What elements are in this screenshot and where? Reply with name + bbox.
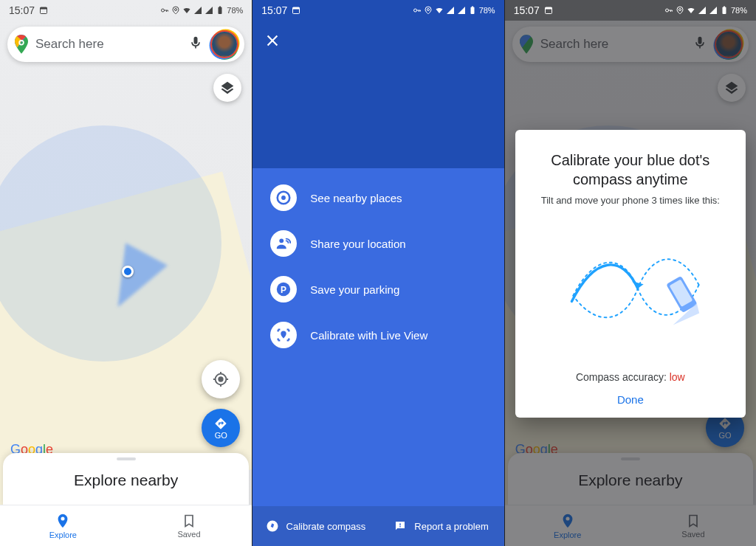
svg-point-17 [413, 9, 416, 12]
location-blue-dot[interactable] [122, 266, 134, 277]
footer-report-problem[interactable]: Report a problem [379, 519, 504, 533]
action-label: Calibrate with Live View [310, 329, 427, 342]
svg-point-22 [281, 196, 286, 200]
svg-text:P: P [281, 285, 286, 295]
today-icon [544, 6, 553, 15]
vpn-key-icon [160, 6, 169, 15]
signal-icon-2 [457, 6, 466, 15]
footer-calibrate-compass[interactable]: Calibrate compass [252, 519, 378, 533]
wifi-icon [435, 6, 444, 15]
calibration-illustration [530, 206, 731, 371]
panel-footer: Calibrate compass Report a problem [252, 506, 504, 546]
status-bar: 15:07 78% [252, 0, 504, 21]
battery-icon [468, 6, 477, 15]
explore-pin-icon [55, 513, 71, 529]
share-location-icon [270, 230, 297, 257]
directions-icon [214, 417, 227, 430]
calibrate-dialog: Calibrate your blue dot's compass anytim… [515, 130, 746, 418]
vpn-key-icon [413, 6, 422, 15]
svg-rect-31 [545, 7, 551, 10]
compass-icon [266, 519, 279, 533]
screen-blue-dot-menu: 15:07 78% See nearby places [252, 0, 504, 546]
feedback-icon [394, 519, 407, 533]
signal-icon [698, 6, 707, 15]
accuracy-value: low [670, 371, 685, 383]
dialog-subtitle: Tilt and move your phone 3 times like th… [541, 195, 720, 206]
status-battery: 78% [479, 6, 495, 15]
close-button[interactable] [264, 32, 281, 52]
voice-search-button[interactable] [188, 35, 205, 53]
dialog-title: Calibrate your blue dot's compass anytim… [530, 151, 731, 189]
svg-rect-35 [724, 7, 725, 8]
action-label: Share your location [310, 238, 405, 250]
close-icon [264, 32, 281, 49]
action-see-nearby[interactable]: See nearby places [270, 184, 489, 211]
svg-marker-36 [632, 281, 644, 288]
svg-rect-1 [41, 7, 47, 10]
status-time: 15:07 [9, 4, 35, 16]
status-bar: 15:07 78% [0, 0, 252, 21]
svg-point-26 [283, 333, 285, 335]
screen-calibrate-dialog: Search here Google GO Explore nearby Exp… [504, 0, 756, 546]
svg-point-18 [427, 9, 429, 11]
wifi-icon [687, 6, 695, 15]
svg-point-23 [280, 238, 284, 243]
signal-icon [193, 6, 202, 15]
svg-point-33 [678, 9, 681, 11]
action-live-view[interactable]: Calibrate with Live View [270, 322, 489, 348]
svg-rect-28 [400, 523, 402, 525]
google-maps-logo-icon [15, 35, 28, 54]
search-placeholder: Search here [35, 37, 181, 52]
action-save-parking[interactable]: P Save your parking [270, 276, 489, 303]
signal-icon-2 [709, 6, 718, 15]
parking-icon: P [270, 276, 297, 303]
search-bar[interactable]: Search here [7, 27, 244, 62]
wifi-icon [182, 6, 191, 15]
directions-go-button[interactable]: GO [202, 409, 240, 447]
action-list: See nearby places Share your location P … [270, 184, 489, 367]
status-time: 15:07 [261, 4, 287, 16]
location-status-icon [424, 6, 433, 15]
status-time: 15:07 [514, 4, 540, 16]
nav-saved[interactable]: Saved [126, 505, 252, 546]
explore-nearby-card[interactable]: Explore nearby [3, 453, 249, 508]
account-avatar[interactable] [212, 32, 237, 57]
svg-point-32 [665, 9, 668, 12]
my-location-icon [213, 371, 229, 387]
vpn-key-icon [664, 6, 673, 15]
signal-icon [446, 6, 455, 15]
bookmark-icon [182, 514, 196, 528]
explore-nearby-title: Explore nearby [74, 471, 178, 489]
status-battery: 78% [227, 6, 243, 15]
svg-rect-19 [470, 7, 474, 15]
svg-rect-5 [219, 7, 221, 8]
action-label: See nearby places [310, 192, 402, 204]
battery-icon [216, 6, 224, 15]
bottom-nav: Explore Saved [0, 505, 252, 546]
done-button[interactable]: Done [617, 393, 644, 406]
today-icon [292, 6, 300, 15]
location-status-icon [676, 6, 684, 15]
location-status-icon [171, 6, 180, 15]
nearby-icon [270, 184, 297, 211]
screen-map: 15:07 78% Search here GO [0, 0, 252, 546]
today-icon [39, 6, 48, 15]
signal-icon-2 [205, 6, 213, 15]
nav-explore[interactable]: Explore [0, 505, 126, 546]
status-battery: 78% [731, 6, 747, 15]
compass-accuracy-row: Compass accuracy: low [576, 371, 685, 383]
svg-rect-4 [219, 7, 222, 15]
drag-handle[interactable] [117, 457, 136, 460]
my-location-button[interactable] [202, 360, 240, 398]
action-share-location[interactable]: Share your location [270, 230, 489, 257]
svg-rect-16 [293, 7, 300, 10]
battery-icon [720, 6, 729, 15]
svg-point-2 [162, 9, 165, 12]
accuracy-label: Compass accuracy: [576, 371, 670, 383]
microphone-icon [188, 35, 203, 50]
live-view-icon [270, 322, 297, 348]
action-label: Save your parking [310, 283, 399, 296]
svg-rect-29 [400, 526, 402, 528]
layers-icon [220, 80, 235, 95]
svg-point-14 [19, 41, 24, 45]
